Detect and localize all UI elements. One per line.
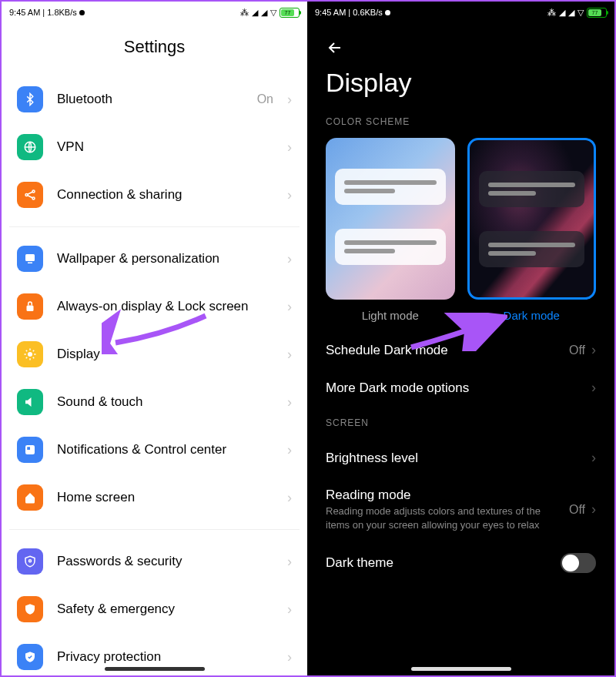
settings-pane: 9:45 AM | 1.8KB/s ⁂ ◢ ◢ ▽ 77 Settings Bl… [2, 2, 307, 675]
chevron-right-icon: › [591, 450, 596, 466]
chevron-right-icon: › [287, 187, 292, 203]
battery-icon: 77 [280, 8, 300, 18]
status-speed: 1.8KB/s [47, 8, 77, 17]
dark-theme-toggle[interactable] [561, 553, 596, 573]
row-dark-theme[interactable]: Dark theme [307, 542, 614, 584]
emergency-icon [17, 596, 43, 622]
signal-icon: ◢ [559, 8, 565, 18]
row-bluetooth[interactable]: Bluetooth On › [9, 75, 300, 123]
lock-icon [17, 293, 43, 320]
privacy-icon [17, 644, 43, 670]
page-title: Display [307, 60, 614, 116]
row-passwords[interactable]: Passwords & security › [9, 538, 300, 585]
shield-icon [17, 548, 43, 575]
chevron-right-icon: › [591, 380, 596, 396]
svg-point-2 [32, 190, 35, 193]
home-indicator[interactable] [411, 667, 511, 671]
signal-icon: ◢ [261, 8, 267, 18]
dot-icon [79, 10, 85, 15]
status-speed: 0.6KB/s [353, 8, 383, 17]
chevron-right-icon: › [591, 342, 596, 358]
chevron-right-icon: › [287, 347, 292, 363]
row-aod[interactable]: Always-on display & Lock screen › [9, 283, 300, 330]
row-notifications[interactable]: Notifications & Control center › [9, 426, 300, 474]
svg-point-3 [32, 197, 35, 199]
scheme-light[interactable]: Light mode [326, 138, 455, 322]
chevron-right-icon: › [287, 442, 292, 458]
divider [9, 226, 300, 227]
color-scheme-picker: Light mode Dark mode [307, 138, 614, 331]
back-button[interactable] [307, 23, 614, 60]
svg-rect-5 [28, 263, 32, 264]
wifi-icon: ▽ [270, 8, 276, 18]
chevron-right-icon: › [287, 251, 292, 267]
row-more-dark-options[interactable]: More Dark mode options › [307, 369, 614, 407]
bluetooth-status-icon: ⁂ [547, 8, 556, 18]
svg-point-1 [25, 194, 28, 196]
row-sound[interactable]: Sound & touch › [9, 378, 300, 426]
chevron-right-icon: › [287, 602, 292, 618]
chevron-right-icon: › [287, 394, 292, 411]
svg-point-7 [28, 352, 32, 357]
row-home[interactable]: Home screen › [9, 474, 300, 521]
home-indicator[interactable] [105, 667, 205, 671]
light-thumbnail [326, 138, 455, 300]
scheme-dark[interactable]: Dark mode [467, 138, 597, 322]
notification-icon [17, 437, 43, 463]
row-wallpaper[interactable]: Wallpaper & personalization › [9, 235, 300, 283]
chevron-right-icon: › [287, 139, 292, 156]
row-vpn[interactable]: VPN › [9, 123, 300, 171]
dot-icon [385, 10, 390, 15]
chevron-right-icon: › [287, 490, 292, 506]
page-title: Settings [2, 23, 307, 75]
section-header: SCREEN [307, 417, 614, 439]
bluetooth-icon [17, 86, 43, 112]
svg-point-10 [29, 560, 32, 562]
battery-icon: 77 [587, 8, 607, 18]
row-safety[interactable]: Safety & emergency › [9, 585, 300, 633]
chevron-right-icon: › [287, 554, 292, 570]
signal-icon: ◢ [252, 8, 258, 18]
section-header: COLOR SCHEME [307, 116, 614, 138]
row-connection[interactable]: Connection & sharing › [9, 171, 300, 219]
row-brightness[interactable]: Brightness level › [307, 439, 614, 477]
status-time: 9:45 AM [9, 8, 40, 17]
status-bar: 9:45 AM | 1.8KB/s ⁂ ◢ ◢ ▽ 77 [2, 2, 307, 23]
sound-icon [17, 389, 43, 415]
display-pane: 9:45 AM | 0.6KB/s ⁂ ◢ ◢ ▽ 77 Display COL… [307, 2, 614, 675]
svg-rect-9 [27, 447, 30, 450]
divider [9, 529, 300, 530]
home-icon [17, 484, 43, 511]
status-time: 9:45 AM [315, 8, 346, 17]
row-reading-mode[interactable]: Reading mode Reading mode adjusts colors… [307, 477, 614, 542]
status-bar: 9:45 AM | 0.6KB/s ⁂ ◢ ◢ ▽ 77 [307, 2, 614, 23]
chevron-right-icon: › [287, 92, 292, 108]
bluetooth-status-icon: ⁂ [240, 8, 249, 18]
wallpaper-icon [17, 246, 43, 272]
dark-thumbnail [467, 138, 597, 300]
share-icon [17, 182, 43, 208]
wifi-icon: ▽ [578, 8, 584, 18]
sun-icon [17, 341, 43, 367]
chevron-right-icon: › [591, 501, 596, 518]
svg-rect-4 [25, 254, 35, 261]
settings-list: Bluetooth On › VPN › Connection & sharin… [2, 75, 307, 675]
chevron-right-icon: › [287, 649, 292, 665]
signal-icon: ◢ [568, 8, 574, 18]
globe-icon [17, 134, 43, 160]
row-display[interactable]: Display › [9, 330, 300, 378]
chevron-right-icon: › [287, 299, 292, 315]
svg-rect-6 [27, 306, 34, 312]
row-schedule-dark[interactable]: Schedule Dark mode Off › [307, 331, 614, 369]
